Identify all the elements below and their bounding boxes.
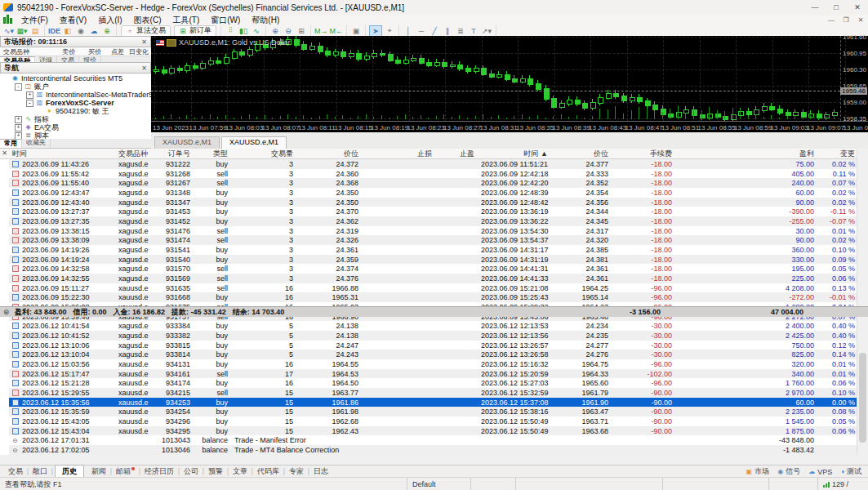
menu-item-H[interactable]: 帮助(H) — [246, 15, 285, 25]
status-connection[interactable]: 129 / — [817, 478, 868, 490]
arrows-tool-icon[interactable]: ↗▾ — [481, 26, 492, 36]
chart-plot-area[interactable] — [151, 36, 841, 121]
history-row[interactable]: 2023.06.09 14:19:26xagusd.e931541buy324.… — [9, 245, 866, 255]
tree-expander-icon[interactable]: + — [15, 116, 22, 123]
navigator-item-3[interactable]: -▥ForexVoxSC-Server — [0, 99, 151, 107]
market-watch-column-4[interactable]: 日变化 — [127, 47, 151, 56]
history-row[interactable]: 2023.06.12 15:43:04xauusd.e934295buy1519… — [9, 426, 866, 436]
toolbox-tab-专家[interactable]: 专家| — [284, 466, 309, 477]
status-profile[interactable]: Default — [407, 478, 470, 490]
vertical-line-tool-icon[interactable]: │ — [403, 26, 414, 36]
quick-link-市场[interactable]: ▣市场 — [746, 466, 770, 477]
toolbox-tab-代码库[interactable]: 代码库| — [252, 466, 284, 477]
market-watch-header[interactable]: 市场报价: 09:11:16 ✕ — [0, 36, 151, 47]
history-row[interactable]: 2023.06.09 11:43:26xagusd.e931222buy324.… — [9, 159, 866, 169]
tree-expander-icon[interactable]: + — [26, 91, 33, 99]
history-row[interactable]: 2023.06.09 11:55:42xagusd.e931268sell324… — [9, 169, 866, 179]
menu-item-C[interactable]: 图表(C) — [128, 15, 167, 25]
zoom-in-icon[interactable]: ⊕ — [269, 26, 281, 36]
chart-mode-icon[interactable]: ∿▾ — [3, 26, 15, 36]
tree-expander-icon[interactable]: - — [26, 100, 33, 107]
history-row[interactable]: 2023.06.12 15:29:55xauusd.e934215sell151… — [9, 388, 866, 398]
history-row[interactable]: 2023.06.09 11:55:40xagusd.e931267sell324… — [9, 178, 866, 188]
navigator-item-5[interactable]: +∿指标 — [0, 115, 151, 123]
history-row[interactable]: 2023.06.09 15:22:30xauusd.e931668buy1619… — [9, 292, 866, 302]
history-column-header-12[interactable]: 变更 — [817, 149, 858, 159]
navigator-close-icon[interactable]: ✕ — [141, 65, 147, 72]
toolbox-tab-预警[interactable]: 预警| — [203, 466, 228, 477]
toolbox-tab-交易[interactable]: 交易| — [3, 466, 28, 477]
navigator-item-0[interactable]: ◉Intercontinental Securities MT5 — [0, 74, 151, 82]
trendline-tool-icon[interactable]: ╱ — [429, 26, 440, 36]
history-row[interactable]: 2023.06.12 10:41:54xagusd.e933384buy524.… — [9, 321, 866, 331]
history-row[interactable]: 2023.06.12 15:43:05xauusd.e934296buy1519… — [9, 416, 866, 426]
history-column-header-5[interactable]: 价位 — [296, 149, 362, 159]
toolbox-tab-公司[interactable]: 公司| — [179, 466, 203, 477]
chart-panel[interactable]: XAUUSD.e,M1: Gold vs US Dollar 1961.6019… — [151, 36, 868, 132]
history-row[interactable]: 2023.06.09 14:32:58xagusd.e931570sell324… — [9, 264, 866, 274]
chart-tab-0[interactable]: XAUUSD.e,M1 — [154, 136, 220, 149]
metaeditor-ide-button[interactable]: IDE — [48, 26, 60, 36]
chart-tab-1[interactable]: XAUUSD.e,M1 — [221, 136, 287, 149]
scrollbar-thumb[interactable] — [859, 353, 866, 443]
chart-price-axis[interactable]: 1961.601960.951960.301959.651959.001958.… — [840, 36, 868, 121]
summary-plus-icon[interactable]: ⊕ — [0, 308, 11, 316]
history-row[interactable]: 2023.06.09 14:32:55xagusd.e931569sell324… — [9, 274, 866, 283]
market-watch-column-1[interactable]: 卖价 — [51, 47, 78, 56]
navigator-tab-1[interactable]: 收藏夹 — [22, 139, 51, 148]
history-column-header-8[interactable]: 时间 ▲ — [478, 149, 551, 159]
channel-tool-icon[interactable]: ∥ — [442, 26, 453, 36]
fibonacci-tool-icon[interactable]: ≣ — [455, 26, 466, 36]
history-row[interactable]: 2023.06.09 12:43:47xagusd.e931348buy324.… — [9, 188, 866, 198]
menu-item-I[interactable]: 插入(I) — [92, 15, 127, 25]
chart-window-icon[interactable] — [3, 16, 12, 24]
navigator-item-1[interactable]: -◫账户 — [0, 82, 151, 91]
toolbox-tab-敞口[interactable]: 敞口| — [28, 466, 52, 477]
toolbox-tab-新闻[interactable]: 新闻| — [87, 466, 111, 477]
child-minimize-button[interactable]: — — [824, 16, 839, 24]
quick-link-VPS[interactable]: ☁VPS — [808, 468, 832, 476]
crosshair-tool-icon[interactable]: ⌖ — [384, 26, 395, 36]
history-row[interactable]: ⊖2023.06.12 17:02:051013046balanceTrade … — [9, 445, 866, 455]
history-row[interactable]: 2023.06.12 15:35:56xauusd.e934253buy1519… — [9, 398, 866, 408]
history-column-header-2[interactable]: 订单号 — [149, 149, 194, 159]
toolbox-tab-文章[interactable]: 文章| — [228, 466, 252, 477]
toolbox-close-icon[interactable]: ✕ — [1, 149, 8, 157]
tree-expander-icon[interactable]: - — [15, 83, 22, 91]
minimize-button[interactable]: — — [804, 0, 826, 15]
history-column-header-11[interactable]: 盈利 — [675, 149, 817, 159]
title-bar[interactable]: 95042190 - ForexVoxSC-Server - Hedge - F… — [0, 0, 868, 16]
history-row[interactable]: 2023.06.12 15:21:28xauusd.e934174buy1619… — [9, 378, 866, 388]
menu-item-T[interactable]: 工具(T) — [167, 15, 205, 25]
broadcast-icon[interactable]: ◉ — [75, 26, 87, 36]
quick-link-信号[interactable]: ◉信号 — [777, 466, 800, 477]
zoom-out-icon[interactable]: ⊖ — [283, 26, 294, 36]
new-order-button[interactable]: ⊞新订单 — [174, 25, 216, 37]
market-watch-column-2[interactable]: 买价 — [78, 47, 104, 56]
maximize-button[interactable]: □ — [826, 0, 847, 15]
history-row[interactable]: 2023.06.12 15:35:59xauusd.e934254buy1519… — [9, 407, 866, 416]
navigator-item-4[interactable]: ●95042190: 敏 王 — [0, 107, 151, 115]
menu-item-V[interactable]: 查看(V) — [54, 15, 92, 25]
menu-item-W[interactable]: 窗口(W) — [205, 15, 246, 25]
menu-item-F[interactable]: 文件(F) — [16, 15, 54, 25]
market-watch-close-icon[interactable]: ✕ — [141, 38, 147, 46]
history-row[interactable]: 2023.06.12 13:10:06xagusd.e933815buy524.… — [9, 341, 866, 350]
chart-time-axis[interactable]: 13 Jun 202313 Jun 07:5913 Jun 08:0313 Ju… — [151, 121, 868, 133]
bar-chart-icon[interactable]: ⫶⫶ — [225, 26, 236, 36]
profiles-icon[interactable]: ▤ — [29, 26, 41, 36]
history-row[interactable]: 2023.06.12 15:03:56xauusd.e934131buy1619… — [9, 359, 866, 369]
toolbox-tab-日志[interactable]: 日志 — [309, 466, 333, 477]
history-column-header-3[interactable]: 类型 — [194, 149, 231, 159]
tree-expander-icon[interactable]: + — [15, 124, 22, 131]
history-column-header-1[interactable]: 交易品种 — [115, 149, 149, 159]
cursor-tool-icon[interactable]: ➤ — [369, 25, 382, 37]
line-chart-icon[interactable]: ∿ — [251, 26, 262, 36]
quick-link-测试[interactable]: ◑测试 — [840, 466, 861, 477]
candlestick-chart-icon[interactable]: ▮▯ — [238, 26, 249, 36]
lock-icon[interactable]: ◧ — [62, 26, 73, 36]
toolbox-tab-经济日历[interactable]: 经济日历| — [140, 466, 179, 477]
community-icon[interactable]: ⊕ — [101, 26, 113, 36]
indicator-window-remove-icon[interactable]: M← — [330, 26, 344, 36]
text-tool-icon[interactable]: T — [468, 26, 479, 36]
